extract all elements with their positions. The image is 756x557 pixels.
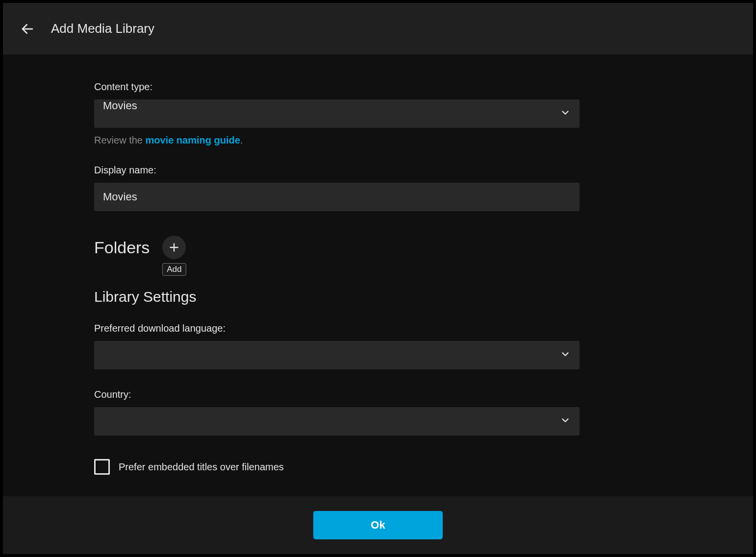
content-type-select[interactable]: Movies [94, 99, 580, 128]
country-select-wrap [94, 407, 580, 436]
helper-prefix: Review the [94, 135, 146, 145]
back-button[interactable] [18, 19, 37, 39]
preferred-language-select[interactable] [94, 341, 580, 369]
modal-content: Content type: Movies Review the movie na… [3, 54, 753, 496]
display-name-group: Display name: [94, 165, 580, 211]
preferred-language-group: Preferred download language: [94, 323, 580, 369]
folders-section-header: Folders Add [94, 236, 580, 259]
modal-header: Add Media Library [3, 3, 753, 54]
display-name-input[interactable] [94, 183, 580, 211]
display-name-label: Display name: [94, 165, 580, 176]
naming-guide-link[interactable]: movie naming guide [146, 135, 240, 145]
prefer-embedded-label: Prefer embedded titles over filenames [119, 461, 284, 473]
preferred-language-label: Preferred download language: [94, 323, 580, 334]
add-media-library-modal: Add Media Library Content type: Movies R… [3, 3, 753, 554]
folders-title: Folders [94, 238, 150, 257]
prefer-embedded-checkbox[interactable] [94, 459, 110, 475]
country-select[interactable] [94, 407, 580, 436]
content-type-label: Content type: [94, 81, 580, 93]
plus-icon [168, 241, 180, 254]
add-folder-button[interactable]: Add [162, 236, 186, 259]
preferred-language-select-wrap [94, 341, 580, 369]
content-type-select-wrap: Movies [94, 99, 580, 128]
country-group: Country: [94, 389, 580, 436]
modal-title: Add Media Library [51, 21, 154, 36]
ok-button[interactable]: Ok [313, 511, 443, 539]
country-label: Country: [94, 389, 580, 400]
content-type-group: Content type: Movies Review the movie na… [94, 81, 580, 146]
add-tooltip: Add [162, 263, 186, 276]
library-settings-title: Library Settings [94, 289, 580, 305]
modal-footer: Ok [3, 496, 753, 554]
prefer-embedded-row: Prefer embedded titles over filenames [94, 459, 580, 475]
content-type-helper: Review the movie naming guide. [94, 135, 580, 146]
arrow-left-icon [20, 22, 35, 36]
helper-suffix: . [240, 135, 243, 145]
